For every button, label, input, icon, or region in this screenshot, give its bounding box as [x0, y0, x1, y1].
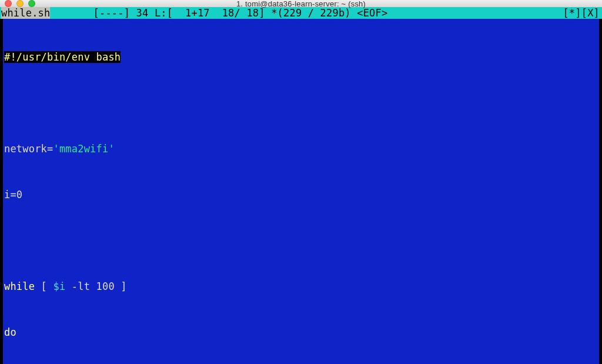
editor-statusbar: while.sh [----] 34 L:[ 1+17 18/ 18] *(22… — [0, 7, 602, 19]
minimize-icon[interactable] — [16, 0, 24, 7]
maximize-icon[interactable] — [28, 0, 35, 7]
traffic-lights — [5, 0, 35, 7]
code-line — [4, 95, 598, 111]
status-filename: while.sh — [1, 7, 50, 19]
code-editor[interactable]: #!/usr/bin/env bash network='mma2wifi' i… — [0, 19, 602, 364]
code-line: i=0 — [4, 187, 598, 202]
code-line: network='mma2wifi' — [4, 141, 598, 156]
terminal-window: 1. tomi@data36-learn-server: ~ (ssh) whi… — [0, 0, 602, 364]
code-line: do — [4, 325, 598, 340]
status-flags: [*][X] — [563, 7, 600, 19]
code-line: #!/usr/bin/env bash — [4, 49, 598, 65]
code-line — [4, 233, 598, 248]
window-title: 1. tomi@data36-learn-server: ~ (ssh) — [0, 0, 602, 8]
code-line: while [ $i -lt 100 ] — [4, 279, 598, 294]
titlebar: 1. tomi@data36-learn-server: ~ (ssh) — [0, 0, 602, 7]
status-info: [----] 34 L:[ 1+17 18/ 18] *(229 / 229b)… — [50, 7, 387, 19]
close-icon[interactable] — [5, 0, 12, 7]
shebang: #!/usr/bin/env bash — [4, 51, 121, 63]
